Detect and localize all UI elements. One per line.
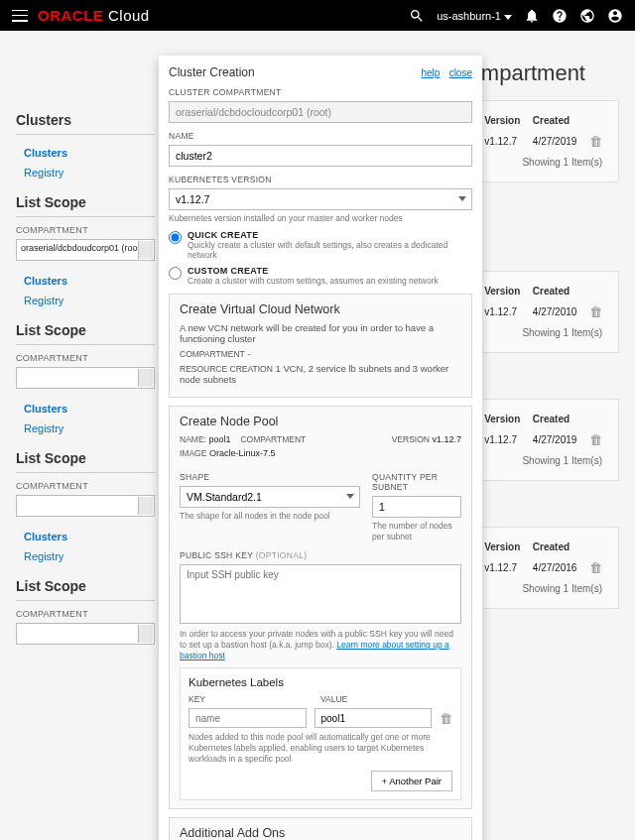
close-link[interactable]: close [449, 67, 472, 78]
k8s-version-label: KUBERNETES VERSION [169, 175, 472, 184]
sidebar-item-clusters[interactable]: Clusters [16, 399, 155, 419]
list-scope-heading: List Scope [16, 578, 155, 601]
k8s-version-select[interactable] [169, 188, 472, 210]
name-label: NAME [169, 131, 472, 141]
user-icon[interactable] [607, 8, 623, 24]
search-icon[interactable] [409, 8, 425, 24]
vcn-section-title: Create Virtual Cloud Network [180, 302, 461, 316]
list-scope-heading: List Scope [16, 322, 155, 345]
ssh-key-textarea[interactable] [180, 564, 461, 624]
sidebar-item-clusters[interactable]: Clusters [16, 143, 155, 163]
menu-icon[interactable] [12, 10, 28, 22]
compartment-label: COMPARTMENT [16, 609, 155, 619]
brand-logo: ORACLE Cloud [38, 7, 150, 24]
compartment-select[interactable]: oraserial/dcbdoudcorp01 (root) [16, 239, 155, 261]
sidebar-item-clusters[interactable]: Clusters [16, 527, 155, 546]
notifications-icon[interactable] [524, 8, 540, 24]
quantity-input[interactable] [372, 496, 461, 518]
delete-icon[interactable]: 🗑 [583, 300, 608, 323]
compartment-label: COMPARTMENT [16, 353, 155, 363]
shape-select[interactable] [180, 486, 360, 508]
col-created: Created [527, 111, 583, 130]
sidebar-item-registry[interactable]: Registry [16, 163, 155, 182]
delete-icon[interactable]: 🗑 [583, 130, 608, 153]
compartment-select[interactable] [16, 495, 155, 517]
region-selector[interactable]: us-ashburn-1 [437, 10, 512, 22]
chevron-down-icon [346, 494, 354, 499]
quick-create-radio[interactable] [169, 231, 182, 244]
cluster-creation-modal: Cluster Creation help close CLUSTER COMP… [159, 56, 482, 666]
list-scope-heading: List Scope [16, 194, 155, 217]
compartment-select[interactable] [16, 623, 155, 645]
modal-title: Cluster Creation [169, 65, 255, 79]
cluster-compartment-label: CLUSTER COMPARTMENT [169, 87, 472, 97]
help-icon[interactable] [552, 8, 568, 24]
list-scope-heading: List Scope [16, 450, 155, 473]
help-link[interactable]: help [421, 67, 440, 78]
custom-create-radio[interactable] [169, 267, 182, 280]
sidebar-item-registry[interactable]: Registry [16, 546, 155, 566]
chevron-down-icon [458, 196, 466, 201]
delete-icon[interactable]: 🗑 [583, 428, 608, 451]
cluster-name-input[interactable] [169, 145, 472, 167]
chevron-down-icon [504, 15, 512, 20]
compartment-label: COMPARTMENT [16, 225, 155, 235]
cluster-compartment-input [169, 101, 472, 123]
compartment-select[interactable] [16, 367, 155, 389]
sidebar-item-clusters[interactable]: Clusters [16, 271, 155, 291]
col-version: Version [478, 111, 527, 130]
sidebar-item-registry[interactable]: Registry [16, 291, 155, 310]
section-heading: Clusters [16, 112, 155, 135]
sidebar-item-registry[interactable]: Registry [16, 419, 155, 438]
pool-section-title: Create Node Pool [180, 415, 461, 428]
delete-icon[interactable]: 🗑 [583, 556, 608, 579]
globe-icon[interactable] [579, 8, 595, 24]
compartment-label: COMPARTMENT [16, 481, 155, 491]
k8s-version-hint: Kubernetes version installed on your mas… [169, 213, 472, 224]
